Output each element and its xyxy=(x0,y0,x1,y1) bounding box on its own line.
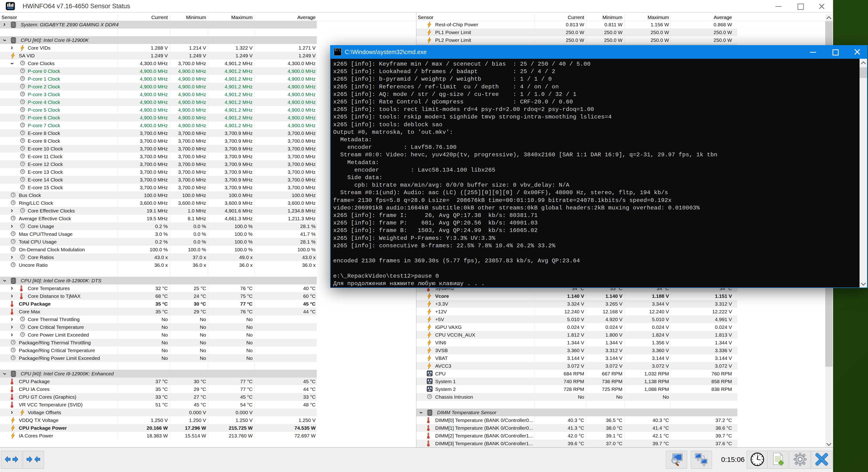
sensor-section-row[interactable]: ›CPU [#0]: Intel Core i9-12900K: Enhance… xyxy=(0,370,415,378)
sensor-row[interactable]: VBAT3.144 V3.144 V3.144 V3.144 V xyxy=(416,354,836,362)
chevron-right-icon[interactable]: › xyxy=(11,253,13,261)
sensor-value-maximum: 76 °C xyxy=(201,308,253,316)
sensor-row[interactable]: DIMM[1] Temperature (BANK 0/Controller0.… xyxy=(416,424,836,432)
cmd-minimize-button[interactable] xyxy=(804,45,822,59)
sensor-row[interactable]: VIN61.344 V1.344 V1.356 V1.344 V xyxy=(416,339,836,347)
sensor-row[interactable]: ›Core Thermal ThrottlingNoNoNo xyxy=(0,316,415,323)
sensor-row[interactable]: Package/Ring Power Limit ExceededNoNoNo xyxy=(0,354,415,362)
sensor-value-maximum: 4,901.2 MHz xyxy=(201,83,253,90)
chevron-down-icon[interactable]: › xyxy=(417,412,425,414)
sensor-value-minimum: 15.514 W xyxy=(154,432,206,440)
cmd-scrollbar[interactable] xyxy=(860,59,867,288)
cmd-titlebar[interactable]: C:\_ C:\Windows\system32\cmd.exe × xyxy=(330,45,868,59)
cmd-maximize-button[interactable] xyxy=(827,45,844,59)
sensor-section-row[interactable]: ›System: GIGABYTE Z690 GAMING X DDR4 xyxy=(0,21,415,28)
sensor-row[interactable]: System 2728 RPM725 RPM1,088 RPM838 RPM xyxy=(416,385,836,393)
sensor-row[interactable]: CPU IA Cores35 °C29 °C77 °C44 °C xyxy=(0,385,415,393)
sensor-label: Core Usage xyxy=(28,223,54,230)
sensor-row[interactable]: ›Core Distance to TjMAX68 °C24 °C75 °C60… xyxy=(0,292,415,300)
maximize-button[interactable] xyxy=(793,1,808,11)
sensor-row[interactable]: CPU Package37 °C30 °C77 °C45 °C xyxy=(0,378,415,385)
close-sensors-button[interactable] xyxy=(811,451,832,469)
sensor-row[interactable]: DIMM[2] Temperature (BANK 0/Controller1.… xyxy=(416,432,836,440)
cmd-scroll-up-icon[interactable] xyxy=(860,59,867,66)
remote-monitoring-button[interactable] xyxy=(691,451,712,469)
chevron-right-icon[interactable]: › xyxy=(3,21,5,28)
right-column-header-maximum[interactable]: Maximum xyxy=(617,14,669,21)
cmd-scrollbar-thumb[interactable] xyxy=(860,67,867,78)
chevron-right-icon[interactable]: › xyxy=(11,292,13,300)
sensor-row[interactable]: Package/Ring Critical TemperatureNoNoNo xyxy=(0,347,415,354)
clock-icon xyxy=(20,177,25,184)
sensor-row[interactable]: CPU Package35 °C30 °C77 °C45 °C xyxy=(0,300,415,308)
cmd-scroll-down-icon[interactable] xyxy=(860,280,867,287)
sensor-row[interactable]: Vcore1.140 V1.140 V1.188 V1.151 V xyxy=(416,292,836,300)
chevron-right-icon[interactable]: › xyxy=(11,207,13,214)
sensor-row[interactable]: ›Core Critical TemperatureNoNoNo xyxy=(0,323,415,331)
chevron-right-icon[interactable]: › xyxy=(11,222,13,230)
sensor-row[interactable]: ›Voltage Offsets0.000 V0.000 V xyxy=(0,409,415,416)
sensor-value-maximum: 1,138 RPM xyxy=(617,378,669,385)
left-column-header-minimum[interactable]: Minimum xyxy=(154,14,206,21)
close-button[interactable]: × xyxy=(814,1,829,11)
sensor-row[interactable]: Core Max35 °C29 °C76 °C44 °C xyxy=(0,308,415,316)
chevron-down-icon[interactable]: › xyxy=(1,39,9,41)
sensor-row[interactable]: 3VSB3.360 V3.312 V3.360 V3.336 V xyxy=(416,347,836,354)
minimize-button[interactable] xyxy=(771,1,786,11)
sensor-label: PL2 Power Limit xyxy=(435,36,471,44)
system-summary-button[interactable] xyxy=(666,451,687,469)
chevron-down-icon[interactable]: › xyxy=(8,62,16,65)
right-column-header-sensor[interactable]: Sensor xyxy=(418,14,434,21)
sensor-row[interactable]: DIMM[0] Temperature (BANK 0/Controller0.… xyxy=(416,416,836,424)
sensor-row[interactable]: iGPU VAXG0.024 V0.024 V0.024 V0.024 V xyxy=(416,323,836,331)
collapse-columns-button[interactable] xyxy=(23,451,44,469)
sensor-row[interactable]: +3.3V3.324 V3.265 V3.344 V3.312 V xyxy=(416,300,836,308)
left-column-header-average[interactable]: Average xyxy=(264,14,316,21)
logging-button[interactable] xyxy=(768,451,788,469)
clock-button[interactable] xyxy=(747,451,768,469)
chevron-right-icon[interactable]: › xyxy=(11,315,13,323)
left-column-header-sensor[interactable]: Sensor xyxy=(1,14,17,21)
sensor-section-row[interactable]: ›CPU [#0]: Intel Core i9-12900K xyxy=(0,36,415,44)
sensor-row[interactable]: DIMM[3] Temperature (BANK 0/Controller1.… xyxy=(416,440,836,447)
sensor-row[interactable]: AVCC33.072 V3.072 V3.072 V3.072 V xyxy=(416,362,836,370)
settings-button[interactable] xyxy=(789,451,811,469)
sensor-row[interactable]: PL1 Power Limit250.0 W250.0 W250.0 W250.… xyxy=(416,28,836,36)
sensor-row[interactable]: CPU VCCIN_AUX1.812 V1.800 V1.824 V1.813 … xyxy=(416,331,836,339)
sensor-row[interactable]: CPU Package Power20.166 W17.296 W215.725… xyxy=(0,424,415,432)
sensor-row[interactable]: PL2 Power Limit250.0 W250.0 W250.0 W250.… xyxy=(416,36,836,44)
sensor-row[interactable]: +12V12.240 V12.168 V12.240 V12.222 V xyxy=(416,308,836,316)
sensor-row[interactable]: VR VCC Temperature (SVID)51 °C45 °C54 °C… xyxy=(0,401,415,409)
hwinfo-titlebar[interactable]: HWiNFO64 v7.16-4650 Sensor Status × xyxy=(0,0,833,12)
chevron-down-icon[interactable]: › xyxy=(1,280,9,282)
sensor-row[interactable]: System 1740 RPM736 RPM1,138 RPM858 RPM xyxy=(416,378,836,385)
chevron-right-icon[interactable]: › xyxy=(11,323,13,331)
scroll-down-icon[interactable] xyxy=(825,440,833,447)
chevron-right-icon[interactable]: › xyxy=(11,44,13,52)
sensor-row[interactable]: Package/Ring Thermal ThrottlingNoNoNo xyxy=(0,339,415,347)
chevron-right-icon[interactable]: › xyxy=(11,408,13,416)
sensor-row[interactable]: Rest-of-Chip Power0.813 W0.811 W1.156 W0… xyxy=(416,21,836,28)
sensor-row[interactable]: Chassis IntrusionNoNoNo xyxy=(416,393,836,401)
scroll-up-icon[interactable] xyxy=(825,14,833,21)
chevron-down-icon[interactable]: › xyxy=(1,373,9,375)
sensor-row[interactable]: IA Cores Power18.383 W15.514 W213.760 W7… xyxy=(0,432,415,440)
sensor-row[interactable]: CPU684 RPM667 RPM1,032 RPM760 RPM xyxy=(416,370,836,378)
chevron-right-icon[interactable]: › xyxy=(11,284,13,292)
sensor-row[interactable]: +5V5.010 V4.920 V5.010 V4.991 V xyxy=(416,316,836,323)
right-column-header-minimum[interactable]: Minimum xyxy=(571,14,622,21)
sensor-row[interactable]: VDDQ TX Voltage1.250 V1.250 V1.250 V1.25… xyxy=(0,416,415,424)
sensor-section-row[interactable]: ›DIMM Temperature Sensor xyxy=(416,409,836,416)
cmd-close-button[interactable]: × xyxy=(848,45,866,59)
sensor-row[interactable]: ›Core Power Limit ExceededNoNoNo xyxy=(0,331,415,339)
left-column-header-maximum[interactable]: Maximum xyxy=(201,14,253,21)
sensor-value-average: 838 RPM xyxy=(680,385,732,393)
expand-columns-button[interactable] xyxy=(1,451,22,469)
sensor-value-maximum: 3,700.9 MHz xyxy=(201,137,253,145)
sensor-label: P-core 3 Clock xyxy=(28,90,60,98)
sensor-row[interactable]: CPU GT Cores (Graphics)33 °C27 °C45 °C33… xyxy=(0,393,415,401)
cmd-console[interactable]: x265 [info]: Keyframe min / max / scenec… xyxy=(330,59,868,288)
chevron-right-icon[interactable]: › xyxy=(11,331,13,338)
sensor-value-maximum: 215.725 W xyxy=(201,424,253,432)
right-column-header-average[interactable]: Average xyxy=(680,14,732,21)
